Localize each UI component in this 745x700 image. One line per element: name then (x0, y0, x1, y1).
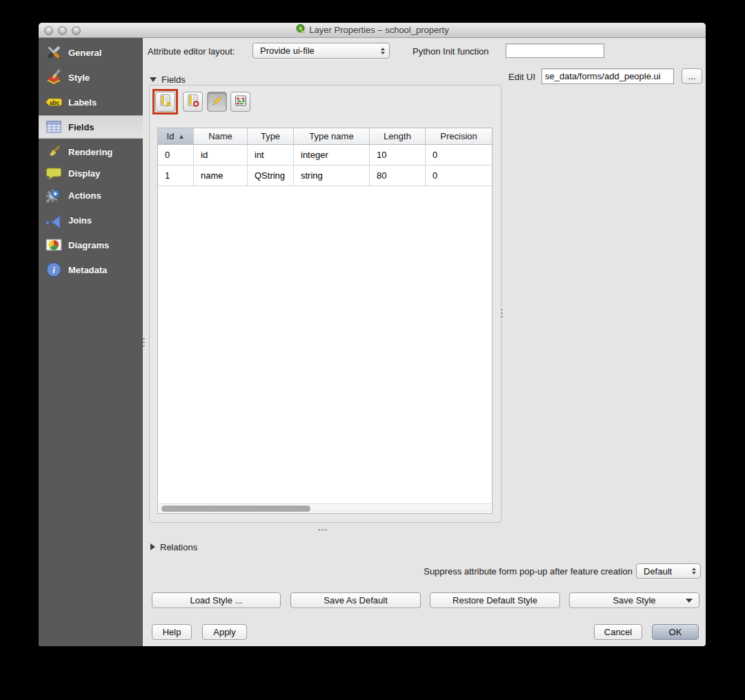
speech-bubble-icon (45, 164, 63, 182)
sidebar-item-fields[interactable]: Fields (39, 115, 143, 139)
abacus-icon (234, 94, 248, 110)
sidebar-item-joins[interactable]: Joins (39, 208, 143, 232)
sidebar-item-style[interactable]: Style (39, 66, 143, 89)
table-cell: 10 (370, 145, 426, 166)
edit-ui-label: Edit UI (508, 72, 535, 82)
table-row[interactable]: 1 name QString string 80 0 (158, 166, 492, 186)
table-cell: QString (248, 166, 294, 186)
menu-arrow-icon (686, 599, 693, 603)
table-cell: string (294, 166, 370, 186)
sidebar-item-diagrams[interactable]: Diagrams (39, 233, 143, 257)
table-cell: 0 (158, 145, 194, 166)
table-cell: 80 (370, 166, 426, 186)
save-style-button[interactable]: Save Style (569, 592, 699, 608)
column-header-id[interactable]: Id ▲ (158, 128, 194, 145)
python-init-input[interactable] (506, 43, 604, 58)
splitter-handle[interactable] (498, 308, 505, 319)
relations-section-header[interactable]: Relations (150, 541, 197, 552)
python-init-label: Python Init function (413, 46, 489, 57)
tools-icon (45, 43, 63, 61)
table-cell: name (194, 166, 248, 186)
attribute-editor-layout-label: Attribute editor layout: (148, 46, 235, 57)
resize-grip[interactable] (316, 527, 328, 532)
sidebar-item-actions[interactable]: Actions (39, 183, 143, 207)
field-calculator-button[interactable] (230, 92, 250, 112)
minimize-button[interactable] (58, 26, 67, 35)
delete-attribute-button[interactable] (183, 92, 203, 112)
edit-ui-input[interactable] (542, 68, 674, 84)
save-as-default-button[interactable]: Save As Default (290, 592, 421, 608)
column-header-type-name[interactable]: Type name (294, 128, 370, 145)
gear-action-icon (45, 186, 63, 204)
info-icon: i (45, 261, 63, 279)
toggle-editing-button[interactable] (207, 92, 227, 112)
horizontal-scrollbar[interactable] (159, 503, 491, 512)
svg-text:abc: abc (50, 99, 60, 106)
edit-ui-browse-button[interactable]: ... (682, 68, 702, 84)
apply-button[interactable]: Apply (202, 624, 247, 640)
title-bar: Layer Properties – school_property (39, 23, 706, 38)
splitter-handle[interactable] (140, 337, 147, 348)
diagram-icon (45, 236, 63, 254)
fields-section-header[interactable]: Fields (150, 74, 186, 85)
disclosure-right-icon (150, 543, 155, 550)
delete-column-icon (186, 94, 200, 110)
svg-text:i: i (52, 265, 55, 275)
table-row[interactable]: 0 id int integer 10 0 (158, 145, 492, 166)
zoom-button[interactable] (72, 26, 81, 35)
cancel-button[interactable]: Cancel (594, 624, 642, 640)
table-cell: 0 (426, 166, 492, 186)
table-cell: integer (294, 145, 370, 166)
sort-ascending-icon: ▲ (178, 133, 184, 140)
sidebar-item-rendering[interactable]: Rendering (39, 140, 143, 163)
load-style-button[interactable]: Load Style ... (152, 592, 281, 608)
column-header-length[interactable]: Length (370, 128, 426, 145)
stepper-arrows-icon (381, 48, 385, 54)
highlight-ring (152, 89, 178, 114)
table-cell: id (194, 145, 248, 166)
attribute-editor-layout-select[interactable]: Provide ui-file (252, 43, 390, 59)
stepper-arrows-icon (692, 568, 696, 574)
column-header-type[interactable]: Type (248, 128, 294, 145)
new-column-icon (159, 94, 172, 110)
column-header-precision[interactable]: Precision (426, 128, 492, 145)
ok-button[interactable]: OK (652, 624, 699, 640)
close-button[interactable] (44, 26, 53, 35)
restore-default-style-button[interactable]: Restore Default Style (430, 592, 560, 608)
fields-table-icon (45, 118, 63, 136)
abc-label-icon: abc (45, 93, 63, 111)
suppress-select[interactable]: Default (636, 563, 701, 579)
sidebar-item-display[interactable]: Display (39, 161, 143, 185)
attributes-table: Id ▲ Name Type Type name Length Precisio… (157, 128, 493, 514)
suppress-label: Suppress attribute form pop-up after fea… (424, 566, 633, 577)
pencil-icon (210, 94, 224, 110)
style-brush-icon (45, 68, 63, 86)
window-title: Layer Properties – school_property (309, 25, 448, 35)
qgis-icon (295, 23, 306, 37)
help-button[interactable]: Help (152, 624, 192, 640)
scrollbar-thumb[interactable] (161, 506, 310, 512)
sidebar-item-metadata[interactable]: i Metadata (39, 258, 143, 281)
column-header-name[interactable]: Name (194, 128, 248, 145)
new-attribute-button[interactable] (155, 92, 175, 112)
rendering-brush-icon (45, 143, 63, 161)
disclosure-down-icon (150, 77, 157, 82)
layer-properties-dialog: Layer Properties – school_property Gener… (39, 23, 706, 646)
table-cell: 0 (426, 145, 492, 166)
sidebar-item-general[interactable]: General (39, 41, 143, 64)
join-icon (45, 211, 63, 229)
table-cell: 1 (158, 166, 194, 186)
sidebar-item-labels[interactable]: abc Labels (39, 90, 143, 114)
sidebar: General Style abc Labels (39, 38, 143, 646)
table-header-row: Id ▲ Name Type Type name Length Precisio… (158, 128, 492, 145)
table-cell: int (248, 145, 294, 166)
